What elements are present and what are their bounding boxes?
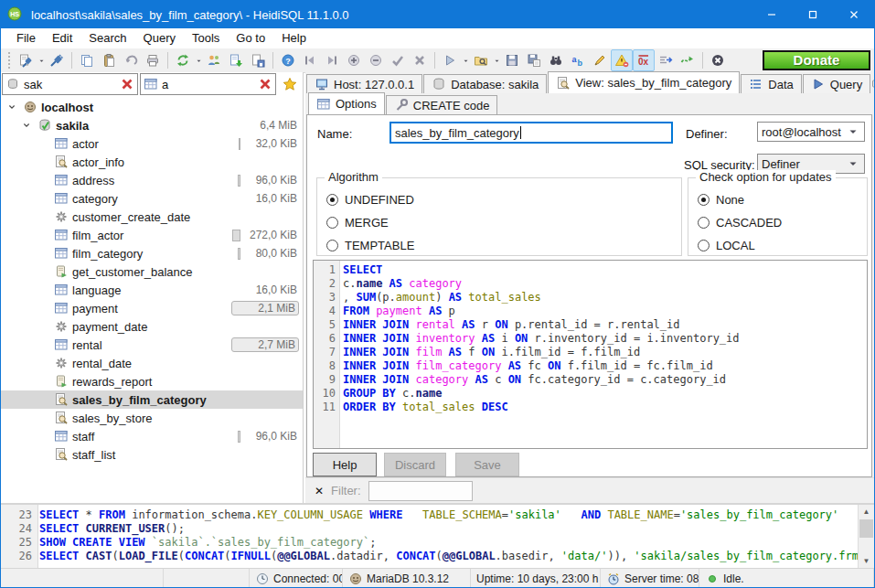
maximize-button[interactable] <box>792 1 833 28</box>
tree-item-actor_info[interactable]: actor_info <box>1 153 303 171</box>
discard-button[interactable]: Discard <box>384 453 446 476</box>
save-sql-button[interactable] <box>501 49 523 71</box>
scroll-thumb[interactable] <box>859 519 873 538</box>
print-button[interactable] <box>142 49 164 71</box>
clear-filter-icon[interactable] <box>120 77 134 91</box>
tree-item-rental[interactable]: rental2,7 MiB <box>1 336 303 354</box>
load-sql-file-button[interactable] <box>470 49 492 71</box>
save-snippet-button[interactable] <box>247 49 269 71</box>
set-parameters-button[interactable] <box>655 49 677 71</box>
radio-algorithm-undefined[interactable]: UNDEFINED <box>326 192 681 207</box>
insert-row-button[interactable] <box>343 49 365 71</box>
tree-item-film_actor[interactable]: film_actor272,0 KiB <box>1 226 303 244</box>
session-manager-dropdown-icon[interactable] <box>37 50 46 70</box>
reformat-sql-button[interactable] <box>589 49 611 71</box>
close-filter-button[interactable]: ✕ <box>315 485 324 497</box>
menu-tools[interactable]: Tools <box>184 28 228 48</box>
log-scrollbar[interactable]: ▲ ▼ <box>858 505 874 568</box>
tree-item-sales_by_film_category[interactable]: sales_by_film_category <box>1 390 303 409</box>
radio-algorithm-merge[interactable]: MERGE <box>326 215 681 230</box>
replace-text-button[interactable]: ab <box>567 49 589 71</box>
tree-item-staff_list[interactable]: staff_list <box>1 445 303 464</box>
refresh-button[interactable] <box>172 49 194 71</box>
save-button[interactable]: Save <box>455 453 519 476</box>
copy-button[interactable] <box>76 49 98 71</box>
definer-combobox[interactable]: root@localhost <box>757 122 865 142</box>
tab-data[interactable]: Data <box>741 74 801 93</box>
tree-item-staff[interactable]: staff96,0 KiB <box>1 427 303 445</box>
load-sql-file-dropdown-icon[interactable] <box>492 50 501 70</box>
reconnect-button[interactable] <box>677 49 699 71</box>
view-sql-editor[interactable]: 1SELECT2c.name AS category3, SUM(p.amoun… <box>313 260 868 449</box>
expand-chevron-icon[interactable] <box>5 100 19 114</box>
clear-filter-icon[interactable] <box>258 77 272 91</box>
table-filter-input[interactable]: a <box>162 78 254 91</box>
menu-edit[interactable]: Edit <box>44 28 80 48</box>
tree-item-localhost[interactable]: localhost <box>1 98 303 116</box>
tree-item-sakila[interactable]: sakila6,4 MiB <box>1 116 303 134</box>
table-filter-box[interactable]: a <box>140 73 276 95</box>
filter-input[interactable] <box>368 481 473 501</box>
tree-item-get_customer_balance[interactable]: get_customer_balance <box>1 262 303 281</box>
subtab-create-code[interactable]: CREATE code <box>386 95 498 114</box>
paste-button[interactable] <box>98 49 120 71</box>
tree-item-language[interactable]: language16,0 KiB <box>1 281 303 299</box>
user-manager-button[interactable] <box>203 49 225 71</box>
session-manager-button[interactable] <box>15 49 37 71</box>
donate-button[interactable]: Donate <box>763 50 870 70</box>
tree-item-film_category[interactable]: film_category80,0 KiB <box>1 244 303 262</box>
tree-item-category[interactable]: category16,0 KiB <box>1 189 303 208</box>
scroll-up-icon[interactable]: ▲ <box>859 505 874 519</box>
export-database-button[interactable] <box>225 49 247 71</box>
stop-process-button[interactable] <box>707 49 729 71</box>
run-query-dropdown-icon[interactable] <box>461 50 470 70</box>
favorites-button[interactable] <box>278 73 302 95</box>
sql-log-panel[interactable]: 23SELECT * FROM information_schema.KEY_C… <box>1 503 874 568</box>
disconnect-button[interactable] <box>46 49 68 71</box>
highlight-errors-button[interactable] <box>611 49 633 71</box>
run-query-button[interactable] <box>439 49 461 71</box>
help-button[interactable]: ? <box>277 49 299 71</box>
close-button[interactable] <box>833 1 874 28</box>
help-button[interactable]: Help <box>313 453 377 476</box>
tree-item-actor[interactable]: actor32,0 KiB <box>1 134 303 153</box>
hex-view-button[interactable]: 0x <box>633 49 655 71</box>
radio-check-option-none[interactable]: None <box>698 192 867 207</box>
tab-view-sales-by-film-category[interactable]: View: sales_by_film_category <box>548 71 740 93</box>
view-name-input[interactable]: sales_by_film_category <box>389 122 673 144</box>
radio-check-option-local[interactable]: LOCAL <box>698 238 867 252</box>
tree-item-address[interactable]: address96,0 KiB <box>1 171 303 189</box>
expand-chevron-icon[interactable] <box>19 118 34 133</box>
menu-file[interactable]: File <box>8 28 44 48</box>
tab-database-sakila[interactable]: Database: sakila <box>423 74 547 93</box>
minimize-button[interactable] <box>751 1 792 28</box>
radio-algorithm-temptable[interactable]: TEMPTABLE <box>326 238 681 252</box>
tab-host-127-0-0-1[interactable]: Host: 127.0.0.1 <box>306 74 422 93</box>
cancel-editing-button[interactable] <box>409 49 431 71</box>
go-last-button[interactable] <box>321 49 343 71</box>
database-filter-input[interactable]: sak <box>24 78 116 91</box>
save-sql-as-button[interactable] <box>523 49 545 71</box>
tree-item-rental_date[interactable]: rental_date <box>1 354 303 372</box>
menu-help[interactable]: Help <box>273 28 315 48</box>
tree-item-customer_create_date[interactable]: customer_create_date <box>1 208 303 226</box>
menu-go-to[interactable]: Go to <box>228 28 273 48</box>
refresh-dropdown-icon[interactable] <box>194 50 203 70</box>
tree-item-rewards_report[interactable]: rewards_report <box>1 372 303 390</box>
tree-item-payment[interactable]: payment2,1 MiB <box>1 299 303 317</box>
menu-search[interactable]: Search <box>80 28 134 48</box>
tab-query[interactable]: Query <box>803 74 870 93</box>
find-text-button[interactable] <box>545 49 567 71</box>
scroll-down-icon[interactable]: ▼ <box>859 554 874 568</box>
tree-item-sales_by_store[interactable]: sales_by_store <box>1 409 303 427</box>
menu-query[interactable]: Query <box>135 28 184 48</box>
undo-button[interactable] <box>120 49 142 71</box>
delete-row-button[interactable] <box>365 49 387 71</box>
subtab-options[interactable]: Options <box>308 92 385 114</box>
new-query-tab-button[interactable] <box>871 75 875 93</box>
radio-check-option-cascaded[interactable]: CASCADED <box>698 215 867 230</box>
database-filter-box[interactable]: sak <box>2 73 138 95</box>
go-first-button[interactable] <box>299 49 321 71</box>
post-changes-button[interactable] <box>387 49 409 71</box>
tree-item-payment_date[interactable]: payment_date <box>1 317 303 336</box>
